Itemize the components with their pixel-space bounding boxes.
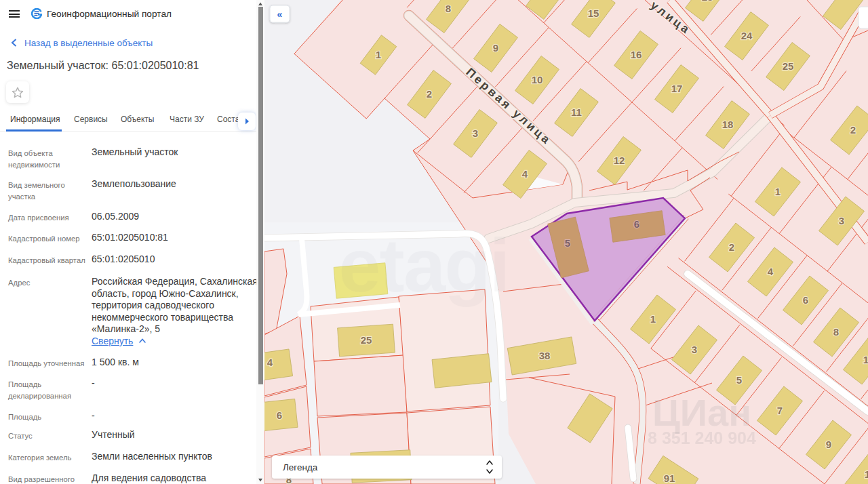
svg-text:1: 1: [376, 49, 381, 60]
svg-text:17: 17: [671, 83, 683, 94]
svg-text:11: 11: [571, 106, 582, 118]
svg-text:ЦИан: ЦИан: [652, 391, 751, 434]
svg-text:5: 5: [565, 237, 570, 249]
svg-text:«: «: [277, 9, 283, 20]
svg-text:2: 2: [427, 88, 432, 100]
svg-text:8: 8: [833, 326, 839, 338]
svg-text:10: 10: [532, 74, 543, 85]
svg-text:38: 38: [539, 350, 551, 361]
svg-text:2: 2: [729, 241, 734, 253]
svg-text:3: 3: [473, 127, 478, 139]
svg-text:5: 5: [736, 374, 742, 386]
svg-text:Легенда: Легенда: [283, 462, 318, 472]
svg-text:8: 8: [446, 3, 451, 14]
svg-text:24: 24: [741, 30, 753, 41]
svg-text:1: 1: [650, 313, 656, 325]
svg-text:16: 16: [631, 49, 642, 60]
svg-text:25: 25: [361, 334, 372, 346]
svg-text:etagi: etagi: [338, 223, 509, 308]
svg-text:15: 15: [588, 7, 599, 19]
svg-text:4: 4: [267, 357, 273, 368]
svg-text:1: 1: [865, 468, 868, 480]
svg-text:6: 6: [803, 294, 808, 306]
svg-text:18: 18: [722, 119, 734, 130]
svg-text:8 351 240 904: 8 351 240 904: [648, 428, 756, 447]
svg-text:23: 23: [702, 0, 713, 3]
svg-text:7: 7: [777, 405, 783, 416]
svg-text:91: 91: [664, 472, 675, 484]
svg-text:2: 2: [850, 124, 856, 136]
svg-text:1: 1: [863, 354, 868, 365]
svg-text:6: 6: [634, 218, 639, 230]
svg-text:4: 4: [522, 168, 528, 180]
svg-text:6: 6: [277, 409, 282, 421]
svg-text:3: 3: [692, 344, 697, 355]
svg-text:9: 9: [493, 42, 498, 54]
svg-text:1: 1: [775, 186, 781, 197]
svg-text:4: 4: [768, 266, 774, 277]
svg-text:9: 9: [826, 439, 831, 450]
svg-text:12: 12: [614, 155, 625, 166]
svg-text:3: 3: [839, 215, 844, 226]
svg-text:25: 25: [783, 60, 794, 72]
